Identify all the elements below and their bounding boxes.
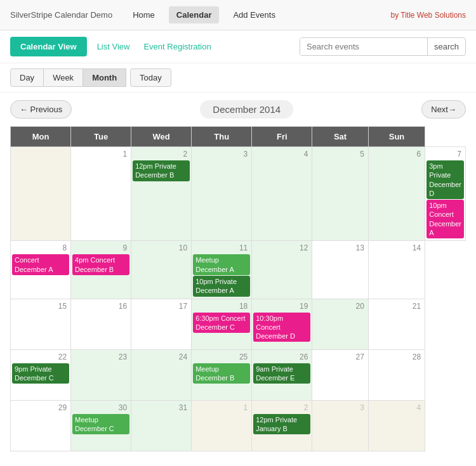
- calendar-day: 27: [312, 349, 369, 400]
- calendar-event[interactable]: Concert December A: [12, 254, 69, 275]
- day-number: 4: [370, 402, 423, 413]
- day-number: 21: [370, 301, 423, 312]
- calendar-event[interactable]: Meetup December A: [193, 254, 250, 275]
- month-view-button[interactable]: Month: [83, 68, 126, 87]
- by-title-label: by Title Web Solutions: [390, 11, 466, 20]
- day-number: 16: [72, 301, 129, 312]
- calendar-day: 5: [312, 147, 369, 241]
- calendar-event[interactable]: 12pm Private January B: [253, 414, 310, 435]
- calendar-day: 23: [71, 349, 131, 400]
- calendar-day: 229pm Private December C: [11, 349, 71, 400]
- weekday-header-wed: Wed: [131, 127, 192, 147]
- calendar-day: 1: [71, 147, 131, 241]
- day-number: 12: [253, 242, 310, 254]
- search-button[interactable]: search: [427, 38, 465, 55]
- calendar-day: 1910:30pm Concert December D: [252, 299, 312, 349]
- calendar-day: 94pm Concert December B: [71, 241, 131, 299]
- calendar-day: [11, 147, 71, 241]
- event-registration-link[interactable]: Event Registration: [140, 39, 215, 54]
- calendar-view-button[interactable]: Calendar View: [10, 37, 87, 56]
- calendar-event[interactable]: 10pm Private December A: [193, 276, 250, 297]
- day-number: 30: [72, 402, 129, 413]
- day-number: 15: [12, 301, 69, 312]
- day-number: 6: [370, 148, 423, 160]
- sub-nav: Calendar View List View Event Registrati…: [0, 30, 476, 63]
- day-number: 19: [253, 301, 310, 312]
- day-number: 28: [370, 351, 423, 363]
- brand-label: SilverStripe Calendar Demo: [10, 10, 112, 20]
- day-number: 26: [253, 351, 310, 363]
- nav-home[interactable]: Home: [125, 6, 162, 23]
- week-view-button[interactable]: Week: [44, 68, 83, 87]
- calendar-day: 20: [312, 299, 369, 349]
- day-number: 20: [314, 301, 367, 312]
- list-view-link[interactable]: List View: [93, 39, 134, 54]
- day-number: 1: [193, 402, 250, 413]
- calendar-day: 31: [131, 400, 192, 451]
- calendar-day: 186:30pm Concert December C: [192, 299, 252, 349]
- day-number: 29: [12, 402, 69, 413]
- calendar-day: 16: [71, 299, 131, 349]
- day-number: 24: [133, 351, 190, 363]
- view-buttons: Day Week Month Today: [0, 63, 476, 93]
- calendar-event[interactable]: 9pm Private December C: [12, 363, 69, 384]
- day-number: 14: [370, 242, 423, 254]
- day-number: 13: [314, 242, 367, 254]
- calendar-event[interactable]: 10pm Concert December A: [426, 200, 464, 238]
- calendar-day: 30Meetup December C: [71, 400, 131, 451]
- next-button[interactable]: Next→: [421, 100, 466, 119]
- calendar-day: 8Concert December A: [11, 241, 71, 299]
- day-number: 5: [314, 148, 367, 160]
- day-number: 8: [12, 242, 69, 254]
- calendar-event[interactable]: Meetup December B: [193, 363, 250, 384]
- calendar-event[interactable]: 12pm Private December B: [133, 160, 190, 181]
- nav-calendar[interactable]: Calendar: [169, 6, 220, 23]
- previous-button[interactable]: ← Previous: [10, 100, 72, 119]
- calendar-event[interactable]: 3pm Private December D: [426, 160, 464, 199]
- calendar-day: 15: [11, 299, 71, 349]
- weekday-header-tue: Tue: [71, 127, 131, 147]
- calendar-day: 10: [131, 241, 192, 299]
- calendar-event[interactable]: 4pm Concert December B: [72, 254, 129, 275]
- search-input[interactable]: [300, 38, 427, 55]
- day-number: 18: [193, 301, 250, 312]
- calendar-event[interactable]: 6:30pm Concert December C: [193, 313, 250, 333]
- calendar-day: 73pm Private December D10pm Concert Dece…: [425, 147, 466, 241]
- calendar-event[interactable]: Meetup December C: [72, 414, 129, 435]
- calendar-day: 269am Private December E: [252, 349, 312, 400]
- calendar-day: 14: [368, 241, 425, 299]
- day-number: 25: [193, 351, 250, 363]
- day-number: 2: [133, 148, 190, 160]
- calendar-day: 17: [131, 299, 192, 349]
- day-number: 11: [193, 242, 250, 254]
- day-number: 22: [12, 351, 69, 363]
- weekday-header-sun: Sun: [368, 127, 425, 147]
- top-nav: SilverStripe Calendar Demo Home Calendar…: [0, 0, 476, 30]
- calendar-day: 29: [11, 400, 71, 451]
- calendar-day: 12: [252, 241, 312, 299]
- nav-add-events[interactable]: Add Events: [225, 6, 283, 23]
- calendar-day: 3: [192, 147, 252, 241]
- calendar-day: 25Meetup December B: [192, 349, 252, 400]
- calendar-day: 21: [368, 299, 425, 349]
- calendar-day: 1: [192, 400, 252, 451]
- day-number: 23: [72, 351, 129, 363]
- calendar-day: 28: [368, 349, 425, 400]
- calendar-table: MonTueWedThuFriSatSun 1212pm Private Dec…: [10, 126, 466, 451]
- day-view-button[interactable]: Day: [10, 68, 44, 87]
- weekday-header-sat: Sat: [312, 127, 369, 147]
- calendar-day: 24: [131, 349, 192, 400]
- calendar-day: 212pm Private December B: [131, 147, 192, 241]
- weekday-header-thu: Thu: [192, 127, 252, 147]
- day-number: 3: [193, 148, 250, 160]
- day-number: 10: [133, 242, 190, 254]
- day-number: 4: [253, 148, 310, 160]
- today-button[interactable]: Today: [130, 68, 171, 87]
- nav-row: ← Previous December 2014 Next→: [0, 93, 476, 126]
- day-number: 7: [426, 148, 464, 160]
- month-label: December 2014: [200, 100, 293, 119]
- calendar-day: 4: [368, 400, 425, 451]
- calendar-event[interactable]: 10:30pm Concert December D: [253, 313, 310, 342]
- calendar-event[interactable]: 9am Private December E: [253, 363, 310, 384]
- day-number: 2: [253, 402, 310, 413]
